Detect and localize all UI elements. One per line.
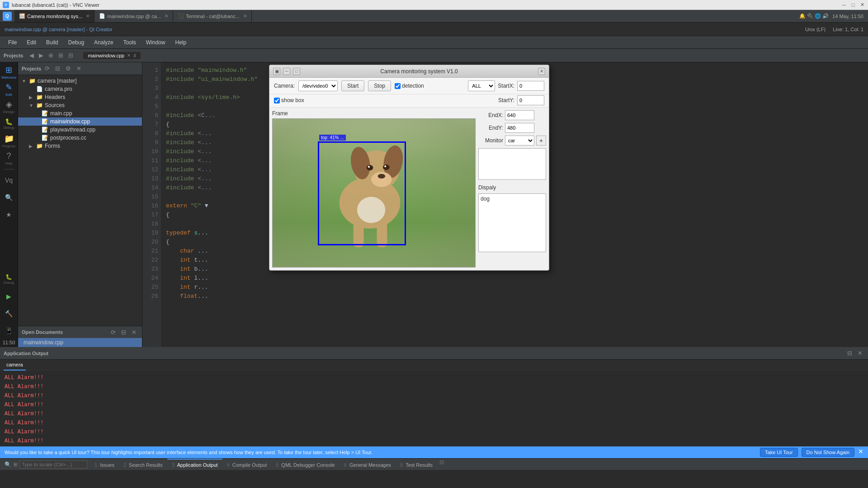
sidebar-icon-debug2[interactable]: 🐛 Debug: [1, 271, 17, 287]
menu-build[interactable]: Build: [42, 38, 63, 47]
dialog-body: Frame: [269, 108, 549, 270]
line-numbers: 1 2 3 4 5 6 7 8 9 10 11 12 13 14 15 16 1…: [142, 62, 160, 347]
start-button[interactable]: Start: [341, 80, 364, 91]
header-filepath: mainwindow.cpp @ camera [master] - Qt Cr…: [5, 27, 113, 32]
starty-input[interactable]: [517, 95, 544, 105]
sidebar-icon-extra1[interactable]: Vq: [1, 172, 17, 188]
sidebar-icon-run[interactable]: ▶: [1, 288, 17, 305]
do-not-show-btn[interactable]: Do Not Show Again: [802, 448, 854, 457]
sidebar-icon-design[interactable]: ◈ Design: [1, 99, 17, 115]
project-prev-btn[interactable]: ◀: [28, 51, 36, 60]
showbox-checkbox[interactable]: [274, 98, 280, 103]
tree-playwav[interactable]: 📝 playwavthread.cpp: [18, 126, 142, 134]
startx-input[interactable]: [517, 81, 544, 91]
tab-mainwindow-label: mainwindow.cpp @ ca...: [107, 14, 161, 19]
open-docs-close-btn[interactable]: ✕: [130, 328, 138, 337]
tab-camera-close[interactable]: ✕: [86, 14, 90, 19]
project-settings-btn[interactable]: ⚙: [64, 64, 73, 73]
stop-button[interactable]: Stop: [368, 80, 391, 91]
help-icon: ?: [6, 151, 11, 161]
monitor-add-btn[interactable]: +: [536, 136, 546, 145]
dialog-minimize-btn[interactable]: ─: [283, 68, 290, 75]
btm-tabs-settings[interactable]: ⚙: [439, 459, 445, 470]
sidebar-icon-projects[interactable]: 📁 Projects: [1, 133, 17, 149]
search-input[interactable]: [19, 460, 87, 469]
file-tab-mainwindow[interactable]: mainwindow.cpp ✕ #: [83, 52, 141, 59]
file-tab-pin[interactable]: #: [133, 53, 136, 58]
sidebar-icon-extra3[interactable]: ★: [1, 206, 17, 223]
tree-forms[interactable]: ▶ 📁 Forms: [18, 142, 142, 150]
frame-label: Frame: [272, 110, 476, 117]
camerapro-icon: 📄: [36, 86, 43, 92]
sidebar-icon-debug[interactable]: 🐛 Debug: [1, 116, 17, 132]
menu-file[interactable]: File: [4, 38, 21, 47]
open-docs-btn1[interactable]: ⟳: [109, 328, 118, 337]
tree-mainwindow-cpp[interactable]: 📝 mainwindow.cpp: [18, 117, 142, 126]
dialog-maximize-btn[interactable]: □: [293, 68, 300, 75]
menu-window[interactable]: Window: [142, 38, 170, 47]
menu-debug[interactable]: Debug: [64, 38, 89, 47]
file-tab-close[interactable]: ✕: [127, 53, 131, 58]
vnc-maximize-btn[interactable]: □: [850, 2, 856, 8]
vnc-close-btn[interactable]: ✕: [859, 2, 865, 8]
vnc-minimize-btn[interactable]: ─: [841, 2, 847, 8]
monitor-label: Monitor: [478, 137, 503, 144]
project-close-btn[interactable]: ✕: [75, 64, 83, 73]
camera-device-select[interactable]: /dev/video0: [298, 80, 338, 91]
menu-edit[interactable]: Edit: [22, 38, 41, 47]
tab-camera-monitoring[interactable]: 🪟 Camera monitoring sys... ✕: [14, 10, 94, 22]
sidebar-icon-welcome[interactable]: ⊞ Welcome: [1, 64, 17, 80]
sidebar-icon-extra2[interactable]: 🔍: [1, 189, 17, 206]
tray-icons: 🔔 🔌 🌐 🔊: [799, 13, 829, 19]
endx-row: EndX:: [478, 110, 546, 120]
endx-input[interactable]: [505, 110, 534, 120]
endy-input[interactable]: [505, 123, 534, 133]
btm-tab-search[interactable]: 2 Search Results: [119, 459, 167, 470]
take-ui-tour-btn[interactable]: Take UI Tour: [760, 448, 798, 457]
btm-tab-compile[interactable]: 4 Compile Output: [222, 459, 272, 470]
menu-analyze[interactable]: Analyze: [90, 38, 118, 47]
menu-help[interactable]: Help: [171, 38, 191, 47]
detection-checkbox-label[interactable]: detection: [395, 83, 424, 89]
tree-camera-pro[interactable]: 📄 camera.pro: [18, 85, 142, 93]
sidebar-icon-build[interactable]: 🔨: [1, 305, 17, 322]
monitor-select[interactable]: car: [505, 136, 534, 145]
open-docs-btn2[interactable]: ⊟: [119, 328, 128, 337]
all-select[interactable]: ALL: [468, 80, 495, 91]
btm-tab-qml[interactable]: 5 QML Debugger Console: [271, 459, 339, 470]
left-sidebar: ⊞ Welcome ✎ Edit ◈ Design 🐛 Debug 📁 Proj…: [0, 62, 18, 347]
sidebar-icon-edit[interactable]: ✎ Edit: [1, 81, 17, 98]
project-layout-btn[interactable]: ⊞: [57, 51, 65, 60]
project-next-btn[interactable]: ▶: [37, 51, 45, 60]
tab-mainwindow-close[interactable]: ✕: [165, 14, 168, 19]
project-add-btn[interactable]: ⊕: [47, 51, 55, 60]
output-tab-camera[interactable]: camera: [4, 360, 26, 371]
tab-mainwindow-cpp[interactable]: 📄 mainwindow.cpp @ ca... ✕: [94, 10, 173, 22]
sidebar-icon-help[interactable]: ? Help: [1, 150, 17, 166]
tree-sources[interactable]: ▼ 📁 Sources: [18, 101, 142, 109]
project-filter-btn[interactable]: ⊟: [66, 51, 75, 60]
btm-tab-appoutput[interactable]: 3 Application Output: [167, 459, 222, 470]
tree-headers[interactable]: ▶ 📁 Headers: [18, 93, 142, 101]
tree-root[interactable]: ▼ 📁 camera [master]: [18, 77, 142, 85]
btm-tab-issues[interactable]: 1 Issues: [90, 459, 119, 470]
dialog-close-btn[interactable]: ✕: [538, 68, 545, 75]
project-sync-btn[interactable]: ⟳: [43, 64, 52, 73]
output-clear-btn[interactable]: ⊟: [845, 349, 854, 357]
project-panel: Projects ⟳ ⊟ ⚙ ✕ ▼ 📁 camera [master] 📄 c…: [18, 62, 142, 347]
tree-postprocess[interactable]: 📝 postprocess.cc: [18, 134, 142, 142]
sidebar-icon-device[interactable]: 📱: [1, 323, 17, 339]
tree-main-cpp[interactable]: 📝 main.cpp: [18, 109, 142, 117]
debug-icon-sidebar: 🐛: [5, 118, 13, 125]
menu-tools[interactable]: Tools: [119, 38, 141, 47]
project-collapse-btn[interactable]: ⊟: [53, 64, 62, 73]
status-close-btn[interactable]: ✕: [858, 448, 863, 457]
showbox-checkbox-label[interactable]: show box: [274, 97, 304, 103]
btm-tab-general[interactable]: 6 General Messages: [340, 459, 396, 470]
tab-terminal[interactable]: ⬛ Terminal - cat@lubanc... ✕: [173, 10, 252, 22]
tab-terminal-close[interactable]: ✕: [243, 14, 247, 19]
detection-checkbox[interactable]: [395, 83, 401, 89]
open-doc-mainwindow[interactable]: mainwindow.cpp: [18, 338, 142, 347]
output-close-btn[interactable]: ✕: [856, 349, 864, 357]
btm-tab-test[interactable]: 8 Test Results: [396, 459, 437, 470]
